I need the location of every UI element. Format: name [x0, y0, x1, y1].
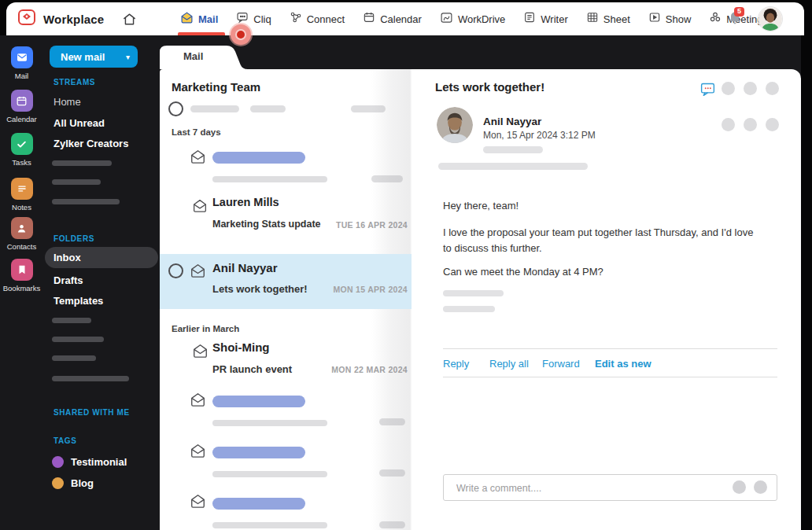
nav-mail[interactable]: Mail	[180, 2, 218, 35]
zoho-logo-icon	[17, 8, 36, 30]
skeleton-bar	[52, 318, 91, 323]
nav-workdrive[interactable]: WorkDrive	[440, 2, 505, 35]
bookmarks-app-icon	[11, 259, 33, 281]
onboarding-pulse-dot[interactable]	[231, 24, 251, 45]
mail-sender: Anil Nayyar	[212, 261, 278, 274]
connect-icon	[290, 11, 302, 27]
sidebar-item-drafts[interactable]: Drafts	[54, 274, 83, 286]
sidebar-item-home[interactable]: Home	[54, 96, 81, 108]
body-paragraph: Can we meet the Monday at 4 PM?	[443, 264, 603, 280]
new-mail-button[interactable]: New mail▾	[50, 46, 138, 68]
skeleton-bar	[212, 176, 327, 182]
comments-icon[interactable]	[699, 81, 716, 101]
skeleton-bar	[212, 471, 327, 477]
sidebar-item-templates[interactable]: Templates	[54, 295, 103, 307]
list-title: Marketing Team	[172, 80, 260, 94]
brand-name: Workplace	[43, 13, 104, 26]
skeleton-bar	[212, 420, 327, 426]
message-action-button[interactable]	[766, 118, 779, 131]
mail-sender: Lauren Mills	[212, 196, 279, 208]
envelope-icon	[190, 263, 206, 282]
group-label-last-7-days: Last 7 days	[172, 127, 221, 137]
toolbar-action-button[interactable]	[744, 82, 757, 95]
reader-datetime: Mon, 15 Apr 2024 3:12 PM	[483, 130, 596, 141]
message-action-button[interactable]	[722, 118, 735, 131]
tags-section-label: TAGS	[54, 436, 76, 445]
skeleton-bar	[52, 376, 129, 381]
home-icon[interactable]	[122, 12, 137, 27]
show-icon	[648, 11, 661, 27]
edit-as-new-button[interactable]: Edit as new	[595, 358, 651, 370]
mail-tab-label: Mail	[183, 50, 203, 62]
skeleton-bar	[483, 146, 543, 153]
comment-input[interactable]	[455, 475, 718, 502]
skeleton-bar	[52, 179, 101, 185]
toolbar-action-button[interactable]	[722, 82, 735, 95]
sidebar-item-tag-blog[interactable]: Blog	[71, 477, 94, 489]
mail-date: MON 15 APR 2024	[315, 285, 408, 294]
brand: Workplace	[17, 2, 137, 35]
envelope-icon	[190, 392, 206, 410]
zoho-workplace-window: Workplace Mail Cliq Connect Calendar	[0, 0, 812, 530]
forward-button[interactable]: Forward	[542, 358, 580, 370]
comment-action-button[interactable]	[754, 480, 767, 494]
topbar: Workplace Mail Cliq Connect Calendar	[6, 2, 804, 35]
skeleton-bar	[190, 105, 239, 112]
sidebar-item-all-unread[interactable]: All Unread	[54, 117, 105, 129]
comment-action-button[interactable]	[733, 480, 746, 494]
rail-item-contacts[interactable]: Contacts	[0, 217, 43, 251]
skeleton-bar	[438, 163, 588, 170]
reader-sender-name: Anil Nayyar	[483, 116, 541, 127]
reply-button[interactable]: Reply	[443, 358, 469, 370]
message-action-button[interactable]	[744, 118, 757, 131]
skeleton-bar	[443, 290, 504, 296]
mail-subject: Lets work together!	[212, 283, 308, 295]
calendar-icon	[363, 11, 375, 27]
mail-tab[interactable]	[160, 45, 249, 72]
rail-item-bookmarks[interactable]: Bookmarks	[0, 259, 43, 293]
nav-show[interactable]: Show	[648, 2, 692, 35]
writer-icon	[523, 11, 536, 27]
mail-icon	[180, 11, 194, 28]
sidebar-item-zylker-creators[interactable]: Zylker Creators	[54, 138, 128, 149]
reply-all-button[interactable]: Reply all	[489, 358, 529, 370]
notification-badge: 5	[734, 7, 744, 17]
folders-section-label: FOLDERS	[54, 234, 94, 243]
skeleton-bar	[52, 337, 104, 342]
calendar-app-icon	[11, 90, 33, 112]
select-all-checkbox[interactable]	[168, 101, 183, 116]
user-avatar[interactable]	[758, 7, 782, 31]
tag-color-dot	[52, 477, 64, 489]
nav-sheet[interactable]: Sheet	[586, 2, 630, 35]
toolbar-action-button[interactable]	[766, 82, 779, 95]
skeleton-bar	[212, 498, 305, 510]
mail-row-anil-nayyar[interactable]: Anil Nayyar Lets work together! MON 15 A…	[160, 254, 412, 309]
rail-item-notes[interactable]: Notes	[0, 178, 43, 212]
body-paragraph: I love the proposal your team put togeth…	[443, 225, 756, 256]
notifications-button[interactable]: 5	[727, 9, 744, 28]
rail-item-tasks[interactable]: Tasks	[0, 133, 43, 167]
sidebar-item-inbox[interactable]: Inbox	[45, 247, 158, 268]
nav-writer[interactable]: Writer	[523, 2, 567, 35]
mail-checkbox[interactable]	[168, 263, 183, 278]
envelope-icon	[190, 494, 206, 512]
envelope-icon	[190, 149, 206, 167]
rail-item-calendar[interactable]: Calendar	[0, 90, 43, 123]
sidebar-item-tag-testimonial[interactable]: Testimonial	[71, 456, 127, 468]
skeleton-bar	[52, 199, 120, 204]
mail-sender: Shoi-Ming	[212, 340, 269, 354]
skeleton-bar	[212, 522, 327, 528]
skeleton-bar	[250, 105, 286, 112]
meeting-icon	[709, 11, 722, 27]
skeleton-bar	[212, 152, 305, 164]
nav-connect[interactable]: Connect	[290, 2, 345, 35]
skeleton-bar	[443, 306, 495, 312]
rail-item-mail[interactable]: Mail	[0, 46, 43, 80]
skeleton-bar	[212, 447, 305, 458]
tag-color-dot	[52, 456, 64, 468]
reader-subject: Lets work together!	[435, 80, 544, 94]
sender-avatar	[437, 107, 473, 143]
envelope-icon	[190, 444, 206, 462]
nav-calendar[interactable]: Calendar	[363, 2, 422, 35]
mail-subject: Marketing Stats update	[212, 219, 321, 230]
